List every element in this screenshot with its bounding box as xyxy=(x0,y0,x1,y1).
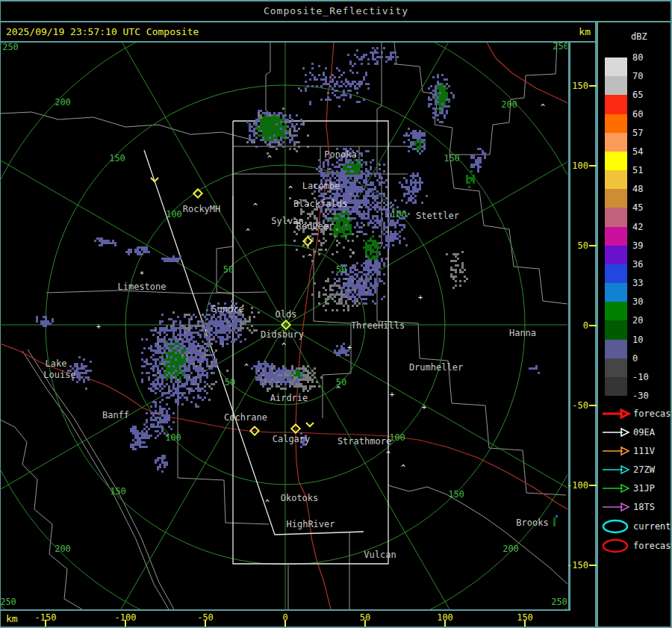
city-label-olds: Olds xyxy=(276,309,297,320)
map-bottom-border xyxy=(0,609,570,611)
station-marker-icon: ^ xyxy=(288,185,293,193)
city-label-ponoka: Ponoka xyxy=(324,149,356,160)
colorbar-level-label: 42 xyxy=(632,222,643,232)
bottom-axis-tick xyxy=(524,620,526,627)
colorbar-swatch-30 xyxy=(605,302,627,321)
echo-blob-purple xyxy=(399,172,428,204)
colorbar-swatch-65 xyxy=(605,95,627,114)
bottom-axis-tick xyxy=(45,620,46,627)
ring-label-50: 50 xyxy=(336,264,346,275)
city-labels: PonokaLacombeBlackfaldsSylvanRedDeerStet… xyxy=(43,149,548,560)
station-marker-icon: + xyxy=(390,391,394,399)
ring-label-250: 250 xyxy=(553,43,567,52)
colorbar-swatch-60 xyxy=(605,114,627,134)
right-axis-label: 50 xyxy=(566,240,588,251)
ring-label-250: 250 xyxy=(551,597,567,607)
colorbar-level-label: 39 xyxy=(632,240,643,251)
colorbar-swatch-80 xyxy=(605,57,627,77)
legend-row-current-ellipse: current xyxy=(600,518,672,535)
title-separator xyxy=(0,21,672,22)
right-axis-tick xyxy=(589,405,597,406)
colorbar-swatch-70 xyxy=(605,76,627,96)
page-title: Composite_Reflectivity xyxy=(0,5,672,16)
echo-blob-blue xyxy=(556,515,558,517)
colorbar-swatch-57 xyxy=(605,133,627,152)
city-label-threehills: ThreeHills xyxy=(351,320,405,331)
colorbar-level-label: 70 xyxy=(632,71,643,81)
ring-label-50: 50 xyxy=(223,264,234,275)
bottom-axis-tick xyxy=(444,620,446,627)
colorbar-swatch-10 xyxy=(605,340,627,359)
ring-label-200: 200 xyxy=(503,544,519,554)
legend-row-27ZW: 27ZW xyxy=(600,464,672,476)
km-unit-label-bottom: km xyxy=(6,613,18,624)
ring-label-200: 200 xyxy=(501,99,517,110)
right-axis-tick xyxy=(589,325,597,326)
city-label-didsbury: Didsbury xyxy=(261,329,304,340)
colorbar-level-label: 36 xyxy=(632,259,643,270)
colorbar-swatch-54 xyxy=(605,152,627,171)
right-axis-tick xyxy=(589,165,597,167)
colorbar-level-label: 10 xyxy=(632,335,643,345)
legend-label-27ZW: 27ZW xyxy=(633,464,655,475)
bottom-axis-tick xyxy=(284,620,286,627)
city-label-strathmore: Strathmore xyxy=(337,436,391,447)
station-marker-icon: ^ xyxy=(336,385,340,394)
legend-row-18TS: 18TS xyxy=(600,501,672,513)
colorbar-level-label: -10 xyxy=(632,372,649,382)
boundary-line xyxy=(22,351,169,609)
right-axis-label: 0 xyxy=(566,320,588,331)
echo-blob-purple xyxy=(298,63,370,108)
right-axis-label: -100 xyxy=(566,480,588,491)
ring-label-50: 50 xyxy=(225,377,235,388)
colorbar-swatch-33 xyxy=(605,283,627,302)
station-marker-icon: ^ xyxy=(253,202,258,211)
colorbar-swatch-42 xyxy=(605,227,627,246)
station-marker-icon: + xyxy=(418,293,423,302)
colorbar-level-label: 0 xyxy=(632,353,638,364)
station-marker-icon: + xyxy=(347,343,352,352)
bottom-axis-tick xyxy=(364,620,366,627)
right-axis-tick xyxy=(589,565,597,566)
boundary-line xyxy=(388,485,567,584)
colorbar-level-label: 51 xyxy=(632,165,643,175)
right-axis-label: 150 xyxy=(566,81,588,91)
city-label-drumheller: Drumheller xyxy=(409,362,463,373)
echo-blob-purple xyxy=(347,47,399,65)
forecast-ellipse-icon xyxy=(600,538,632,554)
road-line xyxy=(296,432,567,509)
city-label-louise: Louise xyxy=(43,370,75,380)
boundary-line xyxy=(0,420,82,609)
station-marker-icon: + xyxy=(422,403,426,411)
legend-label-current: current xyxy=(633,521,671,532)
colorbar-level-label: -30 xyxy=(632,391,649,401)
station-marker-icon: ^ xyxy=(246,228,250,236)
station-marker-icon: ^ xyxy=(265,499,270,507)
legend-label-18TS: 18TS xyxy=(633,502,655,512)
storm-vector-icon xyxy=(306,423,314,426)
colorbar-swatch-48 xyxy=(605,189,627,208)
echo-blob-green xyxy=(553,517,556,526)
colorbar-swatch-51 xyxy=(605,170,627,190)
city-label-blackfalds: Blackfalds xyxy=(293,199,347,209)
09EA-arrow-icon xyxy=(600,426,632,438)
echo-blob-purple xyxy=(529,365,540,374)
forecast-arrow-icon xyxy=(600,408,632,420)
km-unit-label-top: km xyxy=(546,26,591,37)
city-label-limestone: Limestone xyxy=(117,282,166,292)
right-axis-label: -150 xyxy=(566,560,588,571)
city-label-vulcan: Vulcan xyxy=(364,550,396,560)
echo-blob-purple xyxy=(155,455,168,473)
31JP-arrow-icon xyxy=(600,482,632,494)
ring-label-100: 100 xyxy=(391,209,407,220)
right-axis-tick xyxy=(589,245,597,246)
echo-blob-purple xyxy=(470,148,486,172)
station-marker-icon: ^ xyxy=(267,155,272,163)
legend-row-31JP: 31JP xyxy=(600,482,672,494)
colorbar-swatch--10 xyxy=(605,377,627,397)
city-label-brooks: Brooks xyxy=(516,517,548,528)
city-label-reddeer: RedDeer xyxy=(296,221,335,231)
right-axis-tick xyxy=(589,85,597,87)
ring-label-250: 250 xyxy=(2,43,19,52)
echo-blob-purple xyxy=(94,237,116,246)
